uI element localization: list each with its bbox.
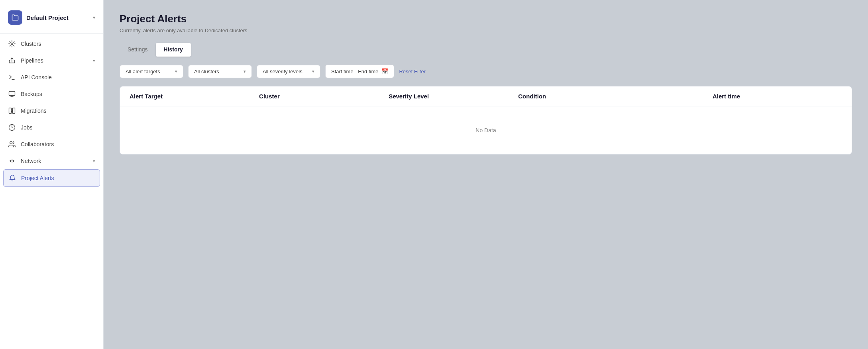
sidebar-item-backups-label: Backups	[21, 91, 95, 97]
reset-filter-button[interactable]: Reset Filter	[399, 69, 425, 75]
project-name: Default Project	[26, 14, 89, 21]
col-alert-target: Alert Target	[130, 93, 259, 100]
sidebar-item-pipelines[interactable]: Pipelines ▾	[0, 52, 103, 69]
sidebar: Default Project ▾ Clusters Pipelines ▾	[0, 0, 104, 349]
sidebar-item-project-alerts-label: Project Alerts	[21, 175, 95, 181]
project-selector[interactable]: Default Project ▾	[0, 6, 103, 32]
clusters-label: All clusters	[194, 69, 219, 75]
alert-targets-filter[interactable]: All alert targets ▾	[120, 65, 183, 78]
severity-chevron-icon: ▾	[312, 69, 314, 74]
sidebar-item-collaborators-label: Collaborators	[21, 141, 95, 147]
clusters-filter[interactable]: All clusters ▾	[188, 65, 252, 78]
pipelines-icon	[8, 57, 16, 65]
tab-history[interactable]: History	[156, 43, 191, 57]
page-title: Project Alerts	[120, 13, 852, 25]
clusters-icon	[8, 40, 16, 48]
api-console-icon	[8, 73, 16, 81]
date-range-filter[interactable]: Start time - End time 📅	[325, 65, 394, 78]
sidebar-item-clusters-label: Clusters	[21, 41, 95, 47]
date-range-label: Start time - End time	[331, 69, 378, 75]
table-body: No Data	[120, 106, 852, 154]
sidebar-item-api-console-label: API Console	[21, 74, 95, 80]
sidebar-item-backups[interactable]: Backups	[0, 86, 103, 102]
col-cluster: Cluster	[259, 93, 389, 100]
clusters-chevron-icon: ▾	[244, 69, 246, 74]
tab-settings[interactable]: Settings	[120, 43, 156, 57]
tabs-container: Settings History	[120, 43, 852, 57]
calendar-icon: 📅	[381, 68, 388, 75]
sidebar-item-pipelines-label: Pipelines	[21, 57, 88, 64]
sidebar-item-migrations[interactable]: Migrations	[0, 102, 103, 119]
sidebar-item-collaborators[interactable]: Collaborators	[0, 136, 103, 153]
severity-label: All severity levels	[263, 69, 302, 75]
sidebar-item-migrations-label: Migrations	[21, 108, 95, 114]
no-data-message: No Data	[460, 111, 512, 149]
sidebar-item-jobs-label: Jobs	[21, 124, 95, 131]
sidebar-item-clusters[interactable]: Clusters	[0, 35, 103, 52]
main-content: Project Alerts Currently, alerts are onl…	[104, 0, 868, 349]
svg-rect-5	[9, 108, 12, 114]
backups-icon	[8, 90, 16, 98]
project-chevron-icon: ▾	[93, 15, 95, 20]
network-icon	[8, 157, 16, 165]
col-condition: Condition	[518, 93, 713, 100]
alert-targets-label: All alert targets	[126, 69, 160, 75]
sidebar-item-api-console[interactable]: API Console	[0, 69, 103, 86]
svg-rect-6	[13, 108, 15, 114]
table-header: Alert Target Cluster Severity Level Cond…	[120, 86, 852, 106]
sidebar-item-network[interactable]: Network ▾	[0, 153, 103, 169]
filters-row: All alert targets ▾ All clusters ▾ All s…	[120, 65, 852, 78]
sidebar-item-project-alerts[interactable]: Project Alerts	[3, 169, 100, 187]
svg-point-8	[10, 141, 12, 144]
sidebar-item-jobs[interactable]: Jobs	[0, 119, 103, 136]
network-chevron-icon: ▾	[93, 159, 95, 164]
severity-filter[interactable]: All severity levels ▾	[257, 65, 320, 78]
col-alert-time: Alert time	[713, 93, 842, 100]
alerts-table: Alert Target Cluster Severity Level Cond…	[120, 86, 852, 155]
pipelines-chevron-icon: ▾	[93, 58, 95, 63]
svg-rect-2	[9, 91, 15, 96]
col-severity-level: Severity Level	[389, 93, 518, 100]
collaborators-icon	[8, 140, 16, 148]
migrations-icon	[8, 107, 16, 115]
sidebar-item-network-label: Network	[21, 158, 88, 164]
svg-point-0	[11, 43, 13, 45]
jobs-icon	[8, 124, 16, 131]
sidebar-divider	[0, 33, 103, 34]
project-icon	[8, 10, 22, 25]
project-alerts-icon	[8, 174, 16, 182]
alert-targets-chevron-icon: ▾	[175, 69, 177, 74]
page-subtitle: Currently, alerts are only available to …	[120, 27, 852, 33]
